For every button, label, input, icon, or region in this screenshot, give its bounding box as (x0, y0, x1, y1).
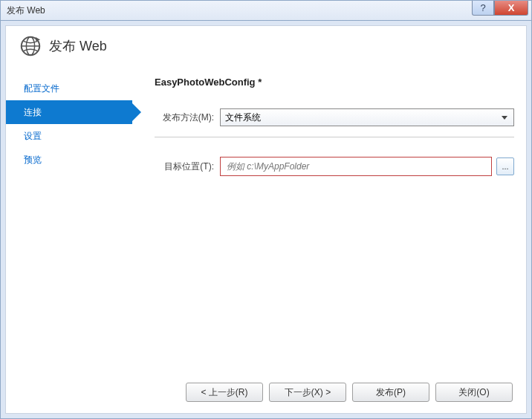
sidebar-item-label: 配置文件 (24, 82, 59, 95)
sidebar-item-connection[interactable]: 连接 (6, 100, 132, 124)
main-panel: EasyPhotoWebConfig * 发布方法(M): 文件系统 目标位置(… (132, 71, 514, 371)
window-border: 发布 Web 配置文件 连接 设置 预览 EasyPhotoWebConfig … (0, 21, 532, 419)
titlebar[interactable]: 发布 Web ? X (0, 0, 532, 21)
sidebar-item-label: 预览 (24, 154, 42, 166)
dialog-footer: < 上一步(R) 下一步(X) > 发布(P) 关闭(O) (6, 371, 526, 413)
close-window-button[interactable]: X (494, 1, 528, 16)
help-icon: ? (480, 2, 485, 13)
titlebar-controls: ? X (472, 1, 528, 16)
sidebar-item-label: 连接 (24, 106, 42, 119)
publish-button[interactable]: 发布(P) (352, 383, 429, 402)
profile-name: EasyPhotoWebConfig * (155, 77, 514, 88)
wizard-sidebar: 配置文件 连接 设置 预览 (6, 71, 132, 371)
sidebar-item-settings[interactable]: 设置 (6, 124, 132, 148)
close-button[interactable]: 关闭(O) (435, 383, 513, 402)
sidebar-item-profile[interactable]: 配置文件 (6, 77, 132, 100)
publish-method-select[interactable]: 文件系统 (220, 108, 514, 126)
page-title: 发布 Web (49, 37, 107, 55)
publish-method-label: 发布方法(M): (155, 111, 220, 124)
target-location-label: 目标位置(T): (155, 160, 220, 173)
sidebar-item-preview[interactable]: 预览 (6, 148, 132, 172)
next-button[interactable]: 下一步(X) > (269, 383, 346, 402)
dialog-content: 发布 Web 配置文件 连接 设置 预览 EasyPhotoWebConfig … (5, 25, 527, 414)
divider (155, 137, 514, 137)
publish-method-value: 文件系统 (225, 111, 261, 124)
globe-icon (19, 35, 42, 57)
dialog-header: 发布 Web (6, 26, 526, 71)
close-icon: X (508, 2, 515, 13)
sidebar-item-label: 设置 (24, 130, 42, 143)
ellipsis-icon: ... (502, 162, 508, 171)
target-location-input[interactable] (220, 157, 492, 176)
browse-button[interactable]: ... (496, 157, 514, 175)
window-title: 发布 Web (7, 4, 45, 17)
content-area: 配置文件 连接 设置 预览 EasyPhotoWebConfig * 发布方法(… (6, 71, 526, 371)
dialog-window: 发布 Web ? X 发布 Web 配置文件 连接 (0, 0, 532, 419)
target-location-row: 目标位置(T): ... (155, 157, 514, 176)
help-button[interactable]: ? (472, 1, 494, 16)
prev-button[interactable]: < 上一步(R) (186, 383, 263, 402)
publish-method-row: 发布方法(M): 文件系统 (155, 108, 514, 126)
